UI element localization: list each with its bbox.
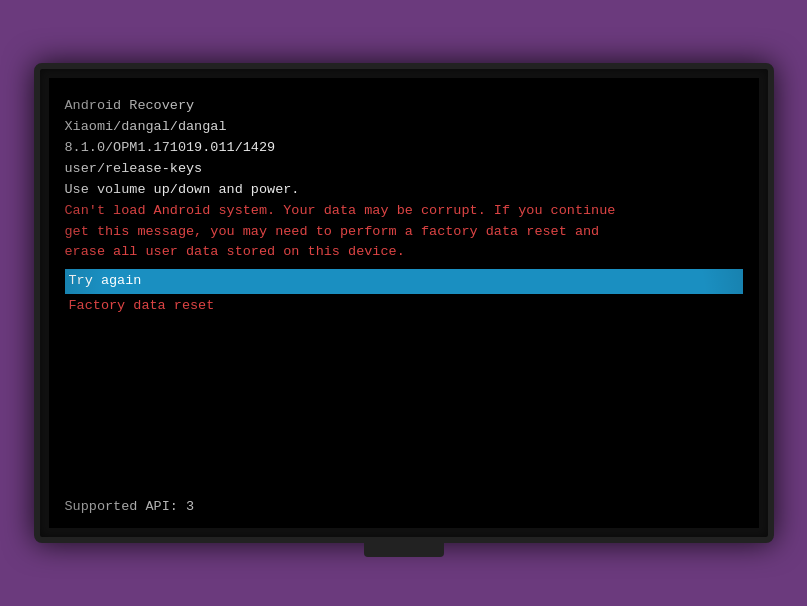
line-build-number: 8.1.0/OPM1.171019.011/1429 [65, 138, 743, 159]
error-block: Can't load Android system. Your data may… [65, 201, 743, 264]
error-line-3: erase all user data stored on this devic… [65, 242, 743, 263]
menu-item-try-again[interactable]: Try again [65, 269, 743, 294]
tv-stand [364, 543, 444, 557]
line-volume-instruction: Use volume up/down and power. [65, 180, 743, 201]
line-device-path: Xiaomi/dangal/dangal [65, 117, 743, 138]
line-android-recovery: Android Recovery [65, 96, 743, 117]
error-line-1: Can't load Android system. Your data may… [65, 201, 743, 222]
tv-frame: Android Recovery Xiaomi/dangal/dangal 8.… [34, 63, 774, 543]
info-block: Android Recovery Xiaomi/dangal/dangal 8.… [65, 96, 743, 201]
line-release-keys: user/release-keys [65, 159, 743, 180]
screen: Android Recovery Xiaomi/dangal/dangal 8.… [49, 78, 759, 528]
menu-item-factory-reset[interactable]: Factory data reset [65, 294, 743, 319]
menu-section: Try again Factory data reset [65, 269, 743, 319]
error-line-2: get this message, you may need to perfor… [65, 222, 743, 243]
bottom-section: Supported API: 3 [65, 499, 743, 514]
supported-api-text: Supported API: 3 [65, 499, 743, 514]
